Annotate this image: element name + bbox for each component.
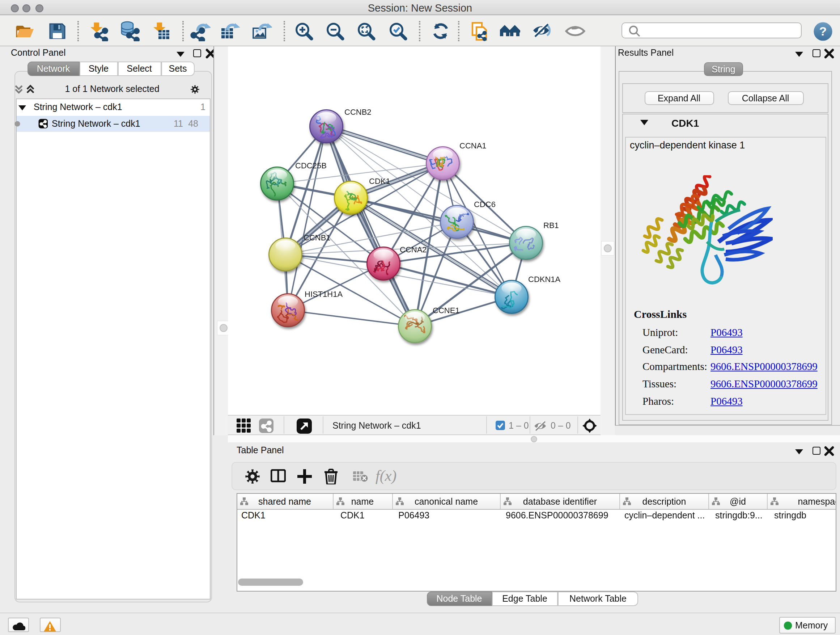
svg-text:CCNB2: CCNB2 (344, 108, 371, 117)
svg-text:CCNE1: CCNE1 (433, 306, 460, 315)
svg-text:CDK1: CDK1 (369, 177, 390, 186)
svg-text:CCNB1: CCNB1 (303, 233, 331, 242)
svg-text:CCNA1: CCNA1 (459, 141, 486, 150)
svg-text:CDC25B: CDC25B (295, 161, 327, 170)
svg-text:RB1: RB1 (543, 221, 559, 230)
svg-text:CDKN1A: CDKN1A (528, 275, 561, 284)
svg-text:CDC6: CDC6 (474, 200, 496, 209)
svg-text:?: ? (819, 24, 827, 38)
svg-text:CCNA2: CCNA2 (400, 245, 427, 254)
svg-text:HIST1H1A: HIST1H1A (305, 290, 343, 299)
